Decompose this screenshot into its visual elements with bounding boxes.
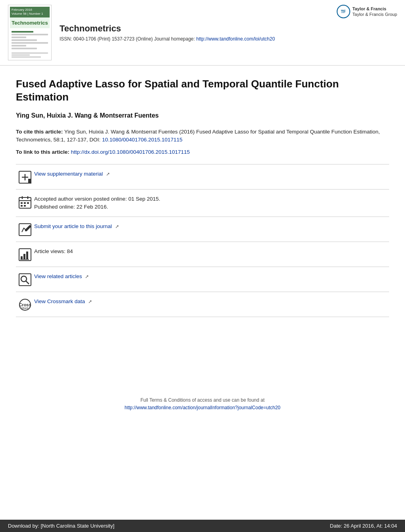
svg-marker-3: [28, 179, 31, 184]
svg-rect-17: [23, 254, 25, 259]
svg-rect-10: [27, 202, 29, 204]
views-row: Article views: 84: [16, 242, 389, 267]
supplementary-content: View supplementary material ➚: [34, 170, 389, 178]
supplementary-link[interactable]: View supplementary material ➚: [34, 171, 110, 177]
svg-rect-18: [26, 251, 28, 259]
svg-marker-14: [25, 225, 31, 231]
related-row: View related articles ➚: [16, 267, 389, 292]
svg-text:Mark: Mark: [21, 306, 29, 310]
crossmark-icon: Cross Mark: [16, 298, 34, 311]
supplementary-row: View supplementary material ➚: [16, 164, 389, 189]
related-content: View related articles ➚: [34, 273, 389, 281]
submit-link[interactable]: Submit your article to this journal ➚: [34, 223, 119, 229]
dates-row: Accepted author version posted online: 0…: [16, 189, 389, 217]
terms-link[interactable]: http://www.tandfonline.com/action/journa…: [125, 405, 281, 410]
crossmark-row: Cross Mark View Crossmark data ➚: [16, 292, 389, 317]
submit-row: Submit your article to this journal ➚: [16, 217, 389, 242]
footer-bar: Download by: [North Carolina State Unive…: [0, 520, 405, 532]
submit-content: Submit your article to this journal ➚: [34, 222, 389, 230]
calendar-icon: [16, 195, 34, 209]
main-content: Fused Adaptive Lasso for Spatial and Tem…: [0, 66, 405, 424]
download-info: Download by: [North Carolina State Unive…: [8, 523, 114, 529]
search-icon: [16, 273, 34, 286]
tf-text: Taylor & Francis Taylor & Francis Group: [353, 6, 397, 17]
cover-title: Technometrics: [10, 17, 50, 29]
plus-icon: [16, 170, 34, 184]
dates-content: Accepted author version posted online: 0…: [34, 195, 389, 211]
edit-icon: [16, 222, 34, 236]
svg-rect-11: [21, 205, 23, 207]
svg-point-21: [21, 276, 27, 282]
article-title: Fused Adaptive Lasso for Spatial and Tem…: [16, 77, 389, 103]
info-sections: View supplementary material ➚ A: [16, 164, 389, 317]
cite-block: To cite this article: Ying Sun, Huixia J…: [16, 128, 389, 144]
journal-name: Technometrics: [60, 23, 397, 34]
article-link[interactable]: http://dx.doi.org/10.1080/00401706.2015.…: [71, 149, 190, 155]
related-link[interactable]: View related articles ➚: [34, 273, 89, 279]
journal-cover: February 2016 Volume 58 | Number 1 Techn…: [8, 5, 52, 60]
views-content: Article views: 84: [34, 248, 389, 255]
date-info: Date: 26 April 2016, At: 14:04: [330, 523, 397, 529]
issn-line: ISSN: 0040-1706 (Print) 1537-2723 (Onlin…: [60, 36, 397, 42]
link-block: To link to this article: http://dx.doi.o…: [16, 148, 389, 156]
svg-line-22: [26, 281, 29, 284]
authors: Ying Sun, Huixia J. Wang & Montserrat Fu…: [16, 112, 389, 119]
crossmark-content: View Crossmark data ➚: [34, 298, 389, 306]
crossmark-link[interactable]: View Crossmark data ➚: [34, 298, 92, 304]
cite-doi-link[interactable]: 10.1080/00401706.2015.1017115: [102, 137, 183, 143]
tf-logo: TF Taylor & Francis Taylor & Francis Gro…: [337, 5, 397, 18]
footer-terms: Full Terms & Conditions of access and us…: [16, 397, 389, 412]
tf-circle-icon: TF: [337, 5, 350, 18]
svg-rect-8: [21, 202, 23, 204]
svg-rect-9: [24, 202, 26, 204]
svg-rect-12: [24, 205, 26, 207]
svg-rect-16: [21, 256, 23, 259]
bars-icon: [16, 248, 34, 261]
journal-url-link[interactable]: http://www.tandfonline.com/loi/utch20: [196, 36, 275, 42]
header-right: Technometrics ISSN: 0040-1706 (Print) 15…: [60, 23, 397, 42]
